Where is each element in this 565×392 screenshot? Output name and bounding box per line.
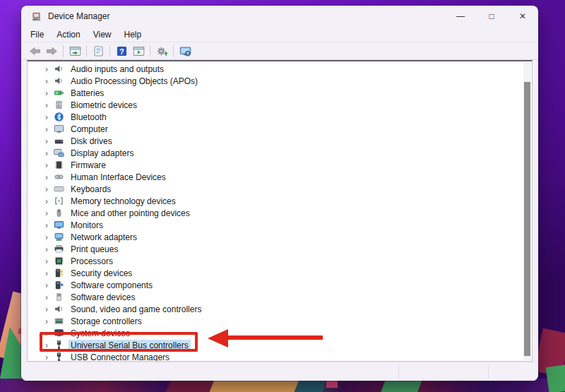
tree-item-display-adapters[interactable]: ›Display adapters [28,147,532,159]
tree-item-sound-video-and-game-controllers[interactable]: ›Sound, video and game controllers [28,303,532,315]
menu-action[interactable]: Action [50,28,86,41]
action-pane-icon [133,45,145,57]
monitor-icon [54,220,64,230]
disk-icon [54,136,64,146]
printer-icon [54,244,64,254]
tree-item-audio-inputs-and-outputs[interactable]: ›Audio inputs and outputs [28,63,532,75]
help-button[interactable]: ? [113,44,130,59]
tree-item-usb-connector-managers[interactable]: ›USB Connector Managers [28,351,532,361]
forward-arrow-button[interactable] [43,44,60,59]
device-monitor-button[interactable] [177,44,194,59]
tree-item-bluetooth[interactable]: ›Bluetooth [28,111,532,123]
speaker-icon [54,64,64,74]
usb-icon [54,352,64,361]
tree-item-biometric-devices[interactable]: ›Biometric devices [28,99,532,111]
toolbar-separator [63,45,64,57]
device-monitor-icon [179,45,191,57]
chevron-right-icon[interactable]: › [42,280,52,290]
chevron-right-icon[interactable]: › [42,76,52,86]
chevron-right-icon[interactable]: › [42,220,52,230]
processor-icon [54,256,64,266]
tree-item-network-adapters[interactable]: ›Network adapters [28,231,532,243]
tree-item-print-queues[interactable]: ›Print queues [28,243,532,255]
tree-item-monitors[interactable]: ›Monitors [28,219,532,231]
action-pane-button[interactable] [130,44,147,59]
tree-item-mice-and-other-pointing-devices[interactable]: ›Mice and other pointing devices [28,207,532,219]
window-title: Device Manager [48,11,109,21]
tree-item-label: Software components [69,280,155,291]
tree-item-label: Print queues [69,244,120,255]
chevron-right-icon[interactable]: › [42,184,52,194]
tree-item-label: Firmware [69,160,108,171]
chevron-right-icon[interactable]: › [42,148,52,158]
window-footer [21,362,538,381]
menu-file[interactable]: File [24,28,50,41]
annotation-red-arrow-head [208,329,228,348]
tree-item-keyboards[interactable]: ›Keyboards [28,183,532,195]
tree-item-human-interface-devices[interactable]: ›Human Interface Devices [28,171,532,183]
tree-item-audio-processing-objects-apos[interactable]: ›Audio Processing Objects (APOs) [28,75,532,87]
show-console-tree-icon [69,45,81,57]
window-controls: —□✕ [445,6,538,27]
network-adapter-icon [54,232,64,242]
memory-card-icon [54,196,64,206]
chevron-right-icon[interactable]: › [42,304,52,314]
tree-item-label: Display adapters [69,148,136,159]
show-console-tree-button[interactable] [66,44,83,59]
properties-button[interactable] [90,44,107,59]
chevron-right-icon[interactable]: › [42,208,52,218]
tree-item-label: Software devices [69,292,137,303]
software-device-icon [54,292,64,302]
tree-item-storage-controllers[interactable]: ›Storage controllers [28,315,532,327]
chevron-right-icon[interactable]: › [42,172,52,182]
tree-item-label: Bluetooth [69,112,109,123]
chevron-right-icon[interactable]: › [42,244,52,254]
chevron-right-icon[interactable]: › [42,100,52,110]
tree-item-batteries[interactable]: ›Batteries [28,87,532,99]
close-button[interactable]: ✕ [507,6,538,27]
tree-item-firmware[interactable]: ›Firmware [28,159,532,171]
scan-hardware-button[interactable] [153,44,170,59]
minimize-button[interactable]: — [445,6,476,27]
menu-view[interactable]: View [87,28,118,41]
chevron-right-icon[interactable]: › [42,232,52,242]
chevron-right-icon[interactable]: › [42,136,52,146]
tree-item-label: Computer [69,124,110,135]
hid-icon [54,172,64,182]
chevron-right-icon[interactable]: › [42,256,52,266]
properties-icon [93,45,105,57]
toolbar-separator [150,45,150,57]
chevron-right-icon[interactable]: › [42,268,52,278]
chevron-right-icon[interactable]: › [42,112,52,122]
tree-item-memory-technology-devices[interactable]: ›Memory technology devices [28,195,532,207]
tree-scrollbar[interactable] [523,62,531,360]
tree-item-label: Batteries [69,88,106,99]
chevron-right-icon[interactable]: › [42,64,52,74]
back-arrow-button[interactable] [26,44,43,59]
tree-item-processors[interactable]: ›Processors [28,255,532,267]
tree-item-computer[interactable]: ›Computer [28,123,532,135]
chevron-right-icon[interactable]: › [42,124,52,134]
scrollbar-thumb[interactable] [524,82,530,356]
tree-item-label: Audio Processing Objects (APOs) [69,76,200,87]
tree-item-security-devices[interactable]: ›Security devices [28,267,532,279]
battery-icon [54,88,64,98]
wallpaper-shape [546,364,565,392]
chevron-right-icon[interactable]: › [42,292,52,302]
maximize-button[interactable]: □ [476,6,507,27]
tree-item-disk-drives[interactable]: ›Disk drives [28,135,532,147]
menu-help[interactable]: Help [118,28,148,41]
chevron-right-icon[interactable]: › [42,160,52,170]
keyboard-icon [54,184,64,194]
chevron-right-icon[interactable]: › [42,352,52,362]
back-arrow-icon [29,45,41,57]
title-bar[interactable]: Device Manager —□✕ [21,6,538,27]
tree-item-label: Human Interface Devices [69,172,168,183]
mouse-icon [54,208,64,218]
tree-item-software-components[interactable]: ›Software components [28,279,532,291]
chevron-right-icon[interactable]: › [42,316,52,326]
chevron-right-icon[interactable]: › [42,196,52,206]
tree-item-software-devices[interactable]: ›Software devices [28,291,532,303]
chevron-right-icon[interactable]: › [42,88,52,98]
menu-bar: FileActionViewHelp [21,27,538,42]
